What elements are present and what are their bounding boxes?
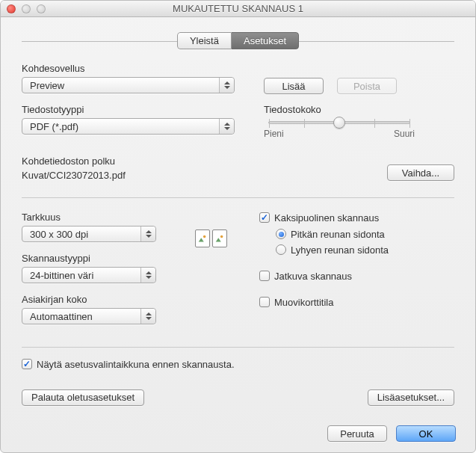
chevron-updown-icon [140, 309, 155, 324]
chevron-updown-icon [140, 268, 155, 283]
orientation-thumbnails [195, 229, 241, 247]
scan-type-label: Skannaustyyppi [22, 253, 171, 264]
file-size-label: Tiedostokoko [264, 104, 454, 115]
minimize-icon[interactable] [22, 4, 31, 13]
resolution-select[interactable]: 300 x 300 dpi [22, 226, 156, 242]
scan-type-value: 24-bittinen väri [30, 270, 93, 281]
card-mode-label: Muovikorttitila [274, 297, 333, 308]
radio-icon [276, 244, 286, 255]
close-icon[interactable] [7, 4, 16, 13]
long-edge-label: Pitkän reunan sidonta [291, 229, 385, 240]
cancel-button[interactable]: Peruuta [327, 425, 387, 442]
resolution-label: Tarkkuus [22, 212, 171, 223]
show-dialog-label: Näytä asetusvalintaikkuna ennen skannaus… [37, 359, 235, 370]
dest-path-value: Kuvat/CCI23072013.pdf [22, 170, 369, 181]
window-controls [1, 4, 46, 13]
chevron-updown-icon [219, 78, 234, 93]
window-title: MUKAUTETTU SKANNAUS 1 [1, 3, 475, 14]
target-app-value: Preview [30, 80, 64, 91]
target-app-label: Kohdesovellus [22, 63, 246, 74]
checkbox-icon [259, 271, 270, 281]
svg-point-0 [203, 235, 206, 238]
file-type-value: PDF (*.pdf) [30, 121, 78, 132]
advanced-button[interactable]: Lisäasetukset... [368, 389, 454, 406]
file-size-slider[interactable] [268, 121, 410, 124]
short-edge-radio[interactable]: Lyhyen reunan sidonta [276, 244, 389, 256]
doc-size-select[interactable]: Automaattinen [22, 308, 156, 324]
show-dialog-checkbox[interactable]: Näytä asetusvalintaikkuna ennen skannaus… [22, 359, 235, 370]
add-button[interactable]: Lisää [264, 78, 324, 94]
zoom-icon[interactable] [37, 4, 46, 13]
card-mode-checkbox[interactable]: Muovikorttitila [259, 297, 333, 308]
tab-settings[interactable]: Asetukset [232, 32, 299, 49]
target-app-select[interactable]: Preview [22, 77, 235, 93]
svg-point-1 [220, 235, 223, 238]
file-size-max-label: Suuri [394, 129, 415, 139]
doc-size-label: Asiakirjan koko [22, 294, 171, 305]
divider [22, 347, 454, 348]
tab-general[interactable]: Yleistä [177, 32, 232, 49]
dialog-window: MUKAUTETTU SKANNAUS 1 Yleistä Asetukset … [0, 0, 476, 453]
tab-bar: Yleistä Asetukset [22, 32, 454, 49]
file-type-label: Tiedostotyyppi [22, 104, 246, 115]
change-path-button[interactable]: Vaihda... [387, 164, 454, 181]
chevron-updown-icon [219, 119, 234, 134]
image-icon [197, 233, 208, 244]
remove-button: Poista [337, 78, 397, 94]
titlebar: MUKAUTETTU SKANNAUS 1 [1, 1, 475, 17]
ok-button[interactable]: OK [396, 425, 456, 442]
long-edge-radio[interactable]: Pitkän reunan sidonta [276, 229, 385, 240]
duplex-label: Kaksipuolinen skannaus [274, 212, 379, 224]
radio-icon [276, 229, 286, 239]
slider-thumb[interactable] [333, 117, 345, 129]
continuous-checkbox[interactable]: Jatkuva skannaus [259, 271, 352, 282]
divider [22, 197, 454, 198]
file-size-min-label: Pieni [264, 129, 284, 139]
resolution-value: 300 x 300 dpi [30, 229, 88, 240]
checkbox-icon [22, 359, 32, 369]
continuous-label: Jatkuva skannaus [274, 271, 352, 282]
short-edge-label: Lyhyen reunan sidonta [291, 244, 389, 256]
duplex-checkbox[interactable]: Kaksipuolinen skannaus [259, 212, 379, 224]
dest-path-label: Kohdetiedoston polku [22, 155, 369, 167]
checkbox-icon [259, 212, 270, 223]
restore-defaults-button[interactable]: Palauta oletusasetukset [22, 389, 144, 406]
doc-size-value: Automaattinen [30, 311, 93, 322]
chevron-updown-icon [140, 226, 155, 241]
checkbox-icon [259, 297, 270, 307]
scan-type-select[interactable]: 24-bittinen väri [22, 267, 156, 283]
portrait-thumb[interactable] [195, 229, 210, 247]
landscape-thumb[interactable] [212, 229, 227, 247]
image-icon [214, 233, 225, 244]
file-type-select[interactable]: PDF (*.pdf) [22, 118, 235, 135]
